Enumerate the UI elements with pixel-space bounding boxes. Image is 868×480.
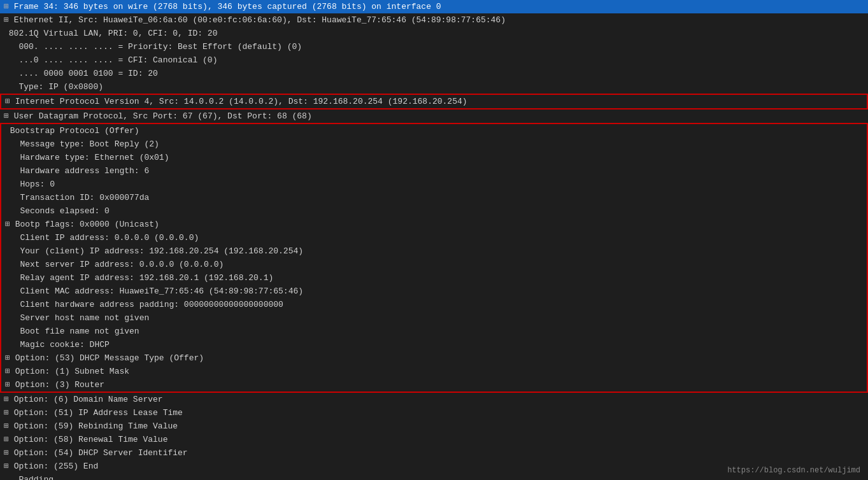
line-text-internet-protocol: ⊞ Internet Protocol Version 4, Src: 14.0… bbox=[5, 97, 467, 106]
line-text-option-54: ⊞ Option: (54) DHCP Server Identifier bbox=[4, 448, 188, 458]
line-text-your-ip: Your (client) IP address: 192.168.20.254… bbox=[5, 246, 303, 256]
line-client-hw-padding[interactable]: Client hardware address padding: 0000000… bbox=[0, 298, 868, 311]
line-text-option-51: ⊞ Option: (51) IP Address Lease Time bbox=[4, 408, 183, 418]
line-text-ethernet: ⊞ Ethernet II, Src: HuaweiTe_06:6a:60 (0… bbox=[4, 15, 506, 25]
line-seconds[interactable]: Seconds elapsed: 0 bbox=[0, 204, 868, 218]
line-hw-addr-len[interactable]: Hardware address length: 6 bbox=[0, 164, 868, 178]
line-option-59[interactable]: ⊞ Option: (59) Rebinding Time Value bbox=[0, 420, 868, 433]
line-text-transaction-id: Transaction ID: 0x000077da bbox=[5, 193, 149, 202]
line-udp[interactable]: ⊞ User Datagram Protocol, Src Port: 67 (… bbox=[0, 109, 868, 123]
line-text-vlan-cfi: ...0 .... .... .... = CFI: Canonical (0) bbox=[4, 55, 217, 65]
line-bootp-flags[interactable]: ⊞ Bootp flags: 0x0000 (Unicast) bbox=[0, 218, 868, 231]
line-text-option-58: ⊞ Option: (58) Renewal Time Value bbox=[4, 435, 167, 444]
line-next-server-ip[interactable]: Next server IP address: 0.0.0.0 (0.0.0.0… bbox=[0, 258, 868, 271]
line-option-3[interactable]: ⊞ Option: (3) Router bbox=[0, 378, 868, 393]
line-text-bootp-flags: ⊞ Bootp flags: 0x0000 (Unicast) bbox=[5, 220, 159, 229]
line-text-vlan-id: .... 0000 0001 0100 = ID: 20 bbox=[4, 69, 158, 78]
line-text-option-255: ⊞ Option: (255) End bbox=[4, 462, 98, 471]
line-transaction-id[interactable]: Transaction ID: 0x000077da bbox=[0, 191, 868, 204]
line-text-boot-file: Boot file name not given bbox=[5, 327, 139, 336]
line-option-1[interactable]: ⊞ Option: (1) Subnet Mask bbox=[0, 365, 868, 378]
line-ethernet[interactable]: ⊞ Ethernet II, Src: HuaweiTe_06:6a:60 (0… bbox=[0, 13, 868, 27]
packet-lines: ⊞ Frame 34: 346 bytes on wire (2768 bits… bbox=[0, 0, 868, 480]
line-text-client-hw-padding: Client hardware address padding: 0000000… bbox=[5, 300, 283, 309]
packet-detail-panel: ⊞ Frame 34: 346 bytes on wire (2768 bits… bbox=[0, 0, 868, 480]
line-text-client-ip: Client IP address: 0.0.0.0 (0.0.0.0) bbox=[5, 233, 199, 243]
line-text-client-mac: Client MAC address: HuaweiTe_77:65:46 (5… bbox=[5, 286, 303, 296]
line-option-6[interactable]: ⊞ Option: (6) Domain Name Server bbox=[0, 393, 868, 406]
line-hops[interactable]: Hops: 0 bbox=[0, 178, 868, 191]
line-vlan-cfi[interactable]: ...0 .... .... .... = CFI: Canonical (0) bbox=[0, 53, 868, 67]
line-bootstrap[interactable]: Bootstrap Protocol (Offer) bbox=[0, 123, 868, 138]
line-option-53[interactable]: ⊞ Option: (53) DHCP Message Type (Offer) bbox=[0, 351, 868, 365]
line-text-option-6: ⊞ Option: (6) Domain Name Server bbox=[4, 395, 163, 404]
line-vlan[interactable]: 802.1Q Virtual LAN, PRI: 0, CFI: 0, ID: … bbox=[0, 27, 868, 40]
line-vlan-id[interactable]: .... 0000 0001 0100 = ID: 20 bbox=[0, 67, 868, 80]
line-text-hw-addr-len: Hardware address length: 6 bbox=[5, 166, 149, 176]
line-vlan-type[interactable]: Type: IP (0x0800) bbox=[0, 80, 868, 94]
line-text-option-53: ⊞ Option: (53) DHCP Message Type (Offer) bbox=[5, 353, 204, 363]
line-text-relay-agent-ip: Relay agent IP address: 192.168.20.1 (19… bbox=[5, 273, 273, 283]
line-server-host[interactable]: Server host name not given bbox=[0, 311, 868, 325]
line-text-option-59: ⊞ Option: (59) Rebinding Time Value bbox=[4, 421, 178, 431]
line-frame[interactable]: ⊞ Frame 34: 346 bytes on wire (2768 bits… bbox=[0, 0, 868, 13]
line-text-hops: Hops: 0 bbox=[5, 180, 55, 189]
line-text-vlan-priority: 000. .... .... .... = Priority: Best Eff… bbox=[4, 42, 302, 52]
line-option-51[interactable]: ⊞ Option: (51) IP Address Lease Time bbox=[0, 406, 868, 420]
line-client-ip[interactable]: Client IP address: 0.0.0.0 (0.0.0.0) bbox=[0, 231, 868, 244]
line-relay-agent-ip[interactable]: Relay agent IP address: 192.168.20.1 (19… bbox=[0, 271, 868, 285]
line-option-58[interactable]: ⊞ Option: (58) Renewal Time Value bbox=[0, 433, 868, 446]
line-text-msg-type: Message type: Boot Reply (2) bbox=[5, 139, 159, 149]
line-text-seconds: Seconds elapsed: 0 bbox=[5, 206, 110, 216]
line-text-vlan-type: Type: IP (0x0800) bbox=[4, 82, 103, 92]
line-text-next-server-ip: Next server IP address: 0.0.0.0 (0.0.0.0… bbox=[5, 260, 224, 269]
line-text-option-3: ⊞ Option: (3) Router bbox=[5, 380, 104, 390]
line-text-vlan: 802.1Q Virtual LAN, PRI: 0, CFI: 0, ID: … bbox=[4, 29, 217, 38]
line-magic-cookie[interactable]: Magic cookie: DHCP bbox=[0, 338, 868, 351]
line-text-magic-cookie: Magic cookie: DHCP bbox=[5, 340, 110, 349]
line-internet-protocol[interactable]: ⊞ Internet Protocol Version 4, Src: 14.0… bbox=[0, 94, 868, 109]
line-text-padding: Padding bbox=[4, 475, 53, 480]
line-vlan-priority[interactable]: 000. .... .... .... = Priority: Best Eff… bbox=[0, 40, 868, 53]
line-boot-file[interactable]: Boot file name not given bbox=[0, 325, 868, 338]
line-hw-type[interactable]: Hardware type: Ethernet (0x01) bbox=[0, 151, 868, 164]
line-your-ip[interactable]: Your (client) IP address: 192.168.20.254… bbox=[0, 244, 868, 258]
line-option-54[interactable]: ⊞ Option: (54) DHCP Server Identifier bbox=[0, 446, 868, 460]
line-text-udp: ⊞ User Datagram Protocol, Src Port: 67 (… bbox=[4, 111, 312, 121]
line-msg-type[interactable]: Message type: Boot Reply (2) bbox=[0, 138, 868, 151]
line-text-hw-type: Hardware type: Ethernet (0x01) bbox=[5, 153, 169, 162]
line-text-server-host: Server host name not given bbox=[5, 313, 149, 323]
line-text-bootstrap: Bootstrap Protocol (Offer) bbox=[5, 126, 139, 136]
line-text-frame: ⊞ Frame 34: 346 bytes on wire (2768 bits… bbox=[4, 2, 441, 11]
line-client-mac[interactable]: Client MAC address: HuaweiTe_77:65:46 (5… bbox=[0, 285, 868, 298]
line-text-option-1: ⊞ Option: (1) Subnet Mask bbox=[5, 367, 129, 376]
url-bar: https://blog.csdn.net/wuljimd bbox=[727, 466, 860, 475]
